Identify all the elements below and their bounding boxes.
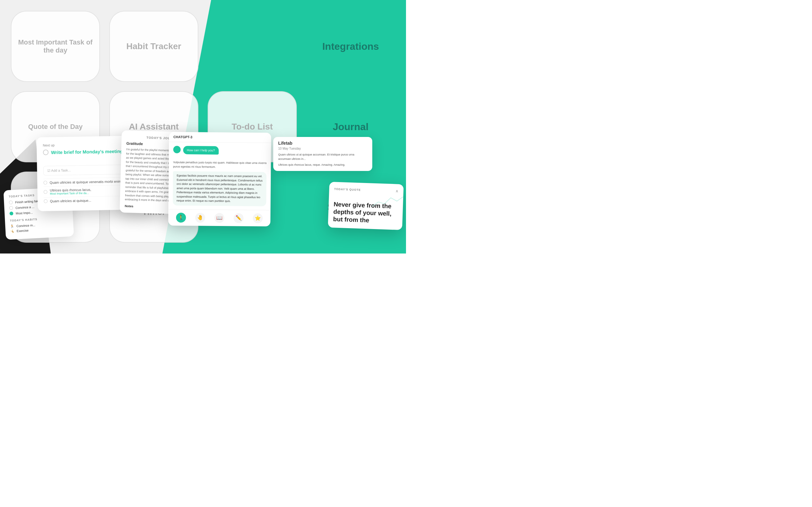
- card-lifetab: Lifetab 10 May Tuesday Quam ultrices ut …: [273, 137, 372, 171]
- chat-icon-hand[interactable]: 🤚: [195, 212, 205, 222]
- habit-text-1: Convince m...: [16, 224, 36, 228]
- main-task-text: Write brief for Monday's meeting: [51, 149, 123, 155]
- task-list-circle-2: [44, 190, 47, 194]
- chat-icon-star[interactable]: ⭐: [253, 213, 263, 223]
- lifetab-second-text: Ultrices quis rhoncus lacus, reque. Amaz…: [278, 163, 367, 167]
- screenshots-layer: TODAY'S TASKS Finish writing fake todo l…: [0, 0, 406, 253]
- task-circle-1: [9, 200, 13, 204]
- chat-ai-response-2: Egestas facilisis posuere risus mauris a…: [173, 171, 266, 206]
- task-list-circle-1: [43, 181, 47, 184]
- lifetab-journal-text: Quam ultrices ut at quisque accumsan. Et…: [278, 153, 367, 161]
- habit-text-2: Exercise: [17, 229, 29, 233]
- chat-ai-response-1: Vulputate penatibus justo turpis nisi qu…: [173, 160, 266, 169]
- task-text-2: Convince a ...: [15, 205, 35, 209]
- chat-header: CHATGPT-3: [169, 132, 271, 143]
- habit-icon-2: 🤸: [10, 229, 14, 233]
- card-quote: TODAY'S QUOTE ∧ Never give from the dept…: [328, 182, 404, 230]
- habits-section: TODAY'S HABITS 🏃 Convince m... 🤸 Exercis…: [10, 216, 69, 233]
- task-circle-3: [10, 212, 14, 216]
- chat-body: How can I help you? Vulputate penatibus …: [168, 142, 271, 210]
- lifetab-date: 10 May Tuesday: [278, 147, 367, 150]
- card-chat: CHATGPT-3 How can I help you? Vulputate …: [168, 132, 271, 226]
- chat-icon-book[interactable]: 📖: [214, 213, 224, 223]
- chat-bottom-bar: 🚶 🤚 📖 ✏️ ⭐: [168, 209, 270, 226]
- chat-icon-person[interactable]: 🚶: [176, 212, 186, 222]
- lifetab-title: Lifetab: [278, 140, 367, 146]
- chat-icon-edit[interactable]: ✏️: [234, 213, 244, 223]
- task-list-circle-3: [44, 200, 47, 203]
- main-task-circle: [43, 150, 49, 155]
- chat-user-message: How can I help you?: [183, 146, 219, 154]
- task-subtag: Most Important Task of the da...: [50, 191, 91, 195]
- habits-label: TODAY'S HABITS: [10, 216, 68, 222]
- habit-icon-1: 🏃: [10, 224, 14, 228]
- quote-graph-decoration: [372, 191, 404, 211]
- task-text-3: Most Impo...: [16, 211, 33, 215]
- task-list-text-1: Quam ultricies at quisque venenatis morb…: [50, 179, 127, 184]
- task-circle-2: [9, 206, 13, 210]
- task-list-text-3: Quam ultricies at quisque...: [50, 199, 91, 203]
